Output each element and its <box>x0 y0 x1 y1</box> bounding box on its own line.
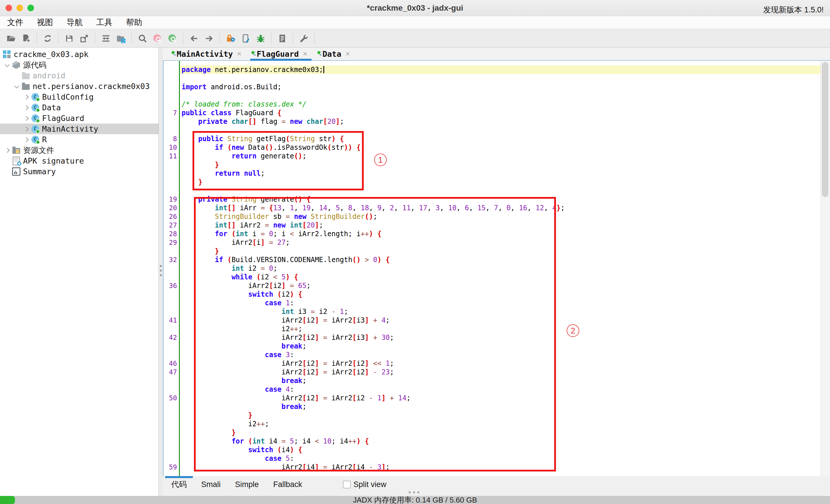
tree-item-label: 源代码 <box>23 60 46 70</box>
code-line: 8 public String getFlag(String str) { <box>164 134 821 143</box>
code-line: break; <box>164 376 821 385</box>
line-number: 27 <box>164 221 177 230</box>
chevron-right-icon[interactable] <box>21 116 31 120</box>
folder-icon <box>21 71 30 80</box>
code-line: } <box>164 160 821 169</box>
class-icon: C <box>31 93 39 101</box>
tree-item-summary[interactable]: Summary <box>0 166 159 177</box>
deobfuscation-icon[interactable] <box>254 32 267 45</box>
reload-icon[interactable] <box>41 32 54 45</box>
tree-item--[interactable]: 资源文件 <box>0 145 159 156</box>
tab-data[interactable]: CData× <box>316 47 354 60</box>
code-editor[interactable]: package net.persianov.crackme0x03;import… <box>163 61 830 476</box>
tree-item-label: net.persianov.crackme0x03 <box>33 82 150 91</box>
code-line: 36 iArr2[i2] = 65; <box>164 281 821 290</box>
tree-item-buildconfig[interactable]: CBuildConfig <box>0 92 159 102</box>
vertical-scrollbar[interactable] <box>821 61 830 476</box>
update-notification[interactable]: 发现新版本 1.5.0! <box>763 5 824 15</box>
chevron-right-icon[interactable] <box>21 138 31 141</box>
toolbar <box>0 29 830 47</box>
tree-item--[interactable]: 源代码 <box>0 60 159 70</box>
split-view-label: Split view <box>354 480 386 489</box>
fit-width-icon[interactable] <box>99 32 113 45</box>
log-viewer-icon[interactable] <box>276 32 289 45</box>
document-tab-bar: CMainActivity×CFlagGuard×CData× <box>163 47 830 61</box>
tree-item-r[interactable]: CR <box>0 134 159 145</box>
device-icon[interactable] <box>239 32 252 45</box>
chevron-down-icon[interactable] <box>2 63 12 67</box>
menu-bar: 文件视图导航工具帮助 <box>0 16 830 29</box>
code-line: private char[] flag = new char[20]; <box>164 117 821 126</box>
tree-item-apk-signature[interactable]: APK signature <box>0 156 159 166</box>
panel-splitter[interactable] <box>159 47 163 496</box>
chevron-down-icon[interactable] <box>12 85 21 88</box>
open-file-icon[interactable] <box>4 32 18 45</box>
apk-icon <box>2 50 11 59</box>
tree-item-label: crackme_0x03.apk <box>13 50 89 59</box>
split-view-checkbox[interactable] <box>343 481 351 489</box>
tree-item-mainactivity[interactable]: CMainActivity <box>0 124 159 134</box>
lock-settings-icon[interactable] <box>224 32 237 45</box>
close-icon[interactable]: × <box>237 50 242 58</box>
add-files-icon[interactable] <box>19 32 33 45</box>
view-tab-smali[interactable]: Smali <box>195 476 227 493</box>
view-tab-simple[interactable]: Simple <box>229 476 265 493</box>
code-line: case 5: <box>164 454 821 463</box>
tree-item-data[interactable]: CData <box>0 102 159 113</box>
line-number: 47 <box>164 368 177 376</box>
chevron-right-icon[interactable] <box>21 106 31 109</box>
code-line: for (int i4 = 5; i4 < 10; i4++) { <box>164 437 821 445</box>
scrollbar-thumb[interactable] <box>822 62 828 197</box>
line-number: 19 <box>164 195 177 204</box>
tab-flagguard[interactable]: CFlagGuard× <box>250 47 312 60</box>
back-icon[interactable] <box>187 32 200 45</box>
tree-item-android[interactable]: android <box>0 70 159 81</box>
code-line: } <box>164 411 821 419</box>
line-number: 41 <box>164 316 177 325</box>
tab-label: MainActivity <box>177 49 233 59</box>
search-usage-icon[interactable] <box>166 32 179 45</box>
save-icon[interactable] <box>63 32 76 45</box>
annotation-circle-2: 2 <box>567 324 579 337</box>
line-number: 28 <box>164 230 177 238</box>
menu-5[interactable]: 帮助 <box>126 17 142 28</box>
project-tree-panel: crackme_0x03.apk源代码androidnet.persianov.… <box>0 47 159 496</box>
window-title: *crackme_0x03 - jadx-gui <box>0 3 830 13</box>
tab-label: FlagGuard <box>256 49 298 59</box>
tree-item-net-persianov-crackme0x03[interactable]: net.persianov.crackme0x03 <box>0 81 159 92</box>
apk-signature-icon <box>12 157 21 165</box>
tab-mainactivity[interactable]: CMainActivity× <box>170 47 246 60</box>
code-line: case 4: <box>164 385 821 394</box>
resize-grip-icon[interactable] <box>409 491 419 493</box>
summary-icon <box>12 167 21 176</box>
code-line: 47 iArr2[i2] = iArr2[i2] - 23; <box>164 368 821 376</box>
chevron-right-icon[interactable] <box>21 127 31 131</box>
code-line: int i2 = 0; <box>164 264 821 273</box>
chevron-right-icon[interactable] <box>21 95 31 99</box>
tree-item-flagguard[interactable]: CFlagGuard <box>0 113 159 124</box>
class-icon: C <box>31 135 39 144</box>
chevron-right-icon[interactable] <box>2 148 12 152</box>
menu-3[interactable]: 导航 <box>67 17 83 28</box>
title-bar: *crackme_0x03 - jadx-gui <box>0 0 830 16</box>
view-tab-代码[interactable]: 代码 <box>165 476 193 493</box>
line-number: 10 <box>164 143 177 152</box>
tree-item-label: android <box>33 71 65 80</box>
forward-icon[interactable] <box>202 32 216 45</box>
tree-item-crackme-0x03-apk[interactable]: crackme_0x03.apk <box>0 49 159 60</box>
search-icon[interactable] <box>136 32 149 45</box>
menu-1[interactable]: 文件 <box>7 17 23 28</box>
line-number: 59 <box>164 463 177 471</box>
export-icon[interactable] <box>77 32 91 45</box>
menu-2[interactable]: 视图 <box>37 17 53 28</box>
resources-icon[interactable] <box>114 32 127 45</box>
preferences-icon[interactable] <box>297 32 310 45</box>
menu-4[interactable]: 工具 <box>96 17 113 28</box>
close-icon[interactable]: × <box>345 50 350 58</box>
tree-item-label: FlagGuard <box>42 114 84 123</box>
code-line: 29 iArr2[i] = 27; <box>164 238 821 247</box>
view-tab-fallback[interactable]: Fallback <box>267 476 308 493</box>
tree-item-label: Summary <box>23 167 56 176</box>
search-class-icon[interactable] <box>151 32 164 45</box>
close-icon[interactable]: × <box>303 50 308 58</box>
